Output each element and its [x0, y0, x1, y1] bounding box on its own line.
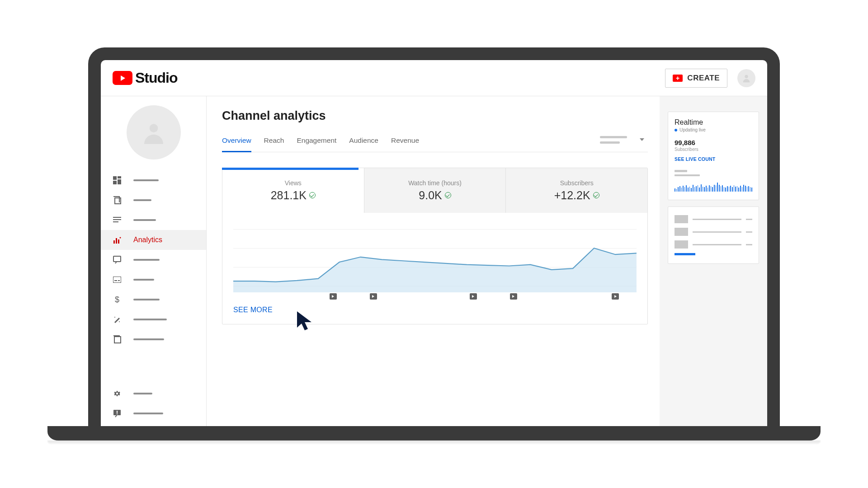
svg-rect-18 [118, 280, 120, 281]
kpi-subscribers[interactable]: Subscribers +12.2K [506, 168, 647, 213]
analytics-icon [113, 235, 122, 244]
realtime-bar [735, 187, 736, 192]
kpi-watchtime[interactable]: Watch time (hours) 9.0K [364, 168, 506, 213]
realtime-bar [701, 184, 702, 192]
list-item[interactable] [675, 215, 752, 223]
sidebar-item-analytics[interactable]: Analytics [101, 230, 206, 250]
realtime-bar [686, 185, 687, 192]
realtime-bar [732, 187, 733, 192]
see-more-indicator[interactable] [675, 253, 695, 255]
realtime-bar [751, 188, 752, 192]
svg-point-2 [149, 124, 158, 132]
screen: Studio CREATE [101, 60, 767, 426]
check-icon [593, 192, 599, 198]
sidebar-label-skeleton [133, 319, 167, 320]
sidebar-label-skeleton [133, 259, 160, 261]
svg-rect-21 [114, 337, 121, 343]
realtime-bar [745, 186, 746, 192]
sidebar-label-skeleton [133, 413, 163, 414]
realtime-bar [724, 187, 725, 192]
create-camera-icon [673, 75, 683, 82]
realtime-bar [675, 188, 675, 192]
realtime-bar [706, 186, 707, 192]
account-avatar[interactable] [737, 69, 755, 87]
sidebar-item-comments[interactable] [101, 250, 206, 270]
video-thumb [675, 240, 688, 249]
realtime-bar [699, 188, 700, 192]
kpi-views[interactable]: Views 281.1K [222, 168, 364, 213]
svg-rect-6 [113, 181, 117, 184]
realtime-sub-label: Subscribers [675, 147, 752, 152]
realtime-bar [748, 186, 749, 192]
sidebar-item-settings[interactable] [101, 384, 206, 404]
magic-wand-icon [113, 315, 122, 324]
sidebar-label-skeleton [133, 299, 160, 300]
realtime-bar [688, 188, 689, 192]
realtime-bar [750, 187, 751, 192]
realtime-bar [734, 185, 735, 192]
svg-point-14 [120, 237, 121, 239]
realtime-bar [737, 186, 738, 192]
svg-rect-12 [116, 238, 117, 244]
tab-reach[interactable]: Reach [264, 132, 284, 152]
page-title: Channel analytics [222, 109, 648, 123]
realtime-bar [709, 185, 710, 192]
sidebar-label-skeleton [133, 199, 151, 201]
realtime-bar [721, 186, 722, 192]
video-thumb [675, 215, 688, 223]
analytics-card: Views 281.1K Watch time (hours) 9.0K Sub… [222, 168, 648, 324]
video-publish-marker [612, 293, 619, 300]
create-button[interactable]: CREATE [665, 69, 727, 88]
kpi-value: 9.0K [419, 189, 451, 202]
realtime-top-content-card [668, 206, 759, 264]
list-item[interactable] [675, 240, 752, 249]
realtime-bar [716, 185, 717, 192]
realtime-bar [678, 187, 679, 192]
list-item[interactable] [675, 228, 752, 236]
sidebar-item-dashboard[interactable] [101, 170, 206, 190]
sidebar-item-monetization[interactable]: $ [101, 290, 206, 310]
realtime-bar-chart [675, 180, 752, 192]
sidebar-item-audio-library[interactable] [101, 329, 206, 349]
date-range-picker[interactable] [600, 132, 648, 152]
kpi-active-indicator [222, 168, 359, 170]
tab-overview[interactable]: Overview [222, 132, 251, 152]
realtime-bar [684, 187, 685, 192]
realtime-bar [703, 187, 703, 192]
realtime-bar [681, 188, 682, 192]
create-label: CREATE [687, 74, 720, 83]
video-publish-marker [470, 293, 477, 300]
realtime-bar [743, 185, 744, 192]
realtime-bar [708, 188, 708, 192]
kpi-label: Views [285, 179, 302, 187]
realtime-subscribers-card: Realtime Updating live 99,886 Subscriber… [668, 112, 759, 200]
sidebar-label-skeleton [133, 279, 154, 281]
tab-audience[interactable]: Audience [349, 132, 378, 152]
realtime-bar [712, 187, 713, 192]
gear-icon [113, 389, 122, 398]
kpi-label: Subscribers [560, 179, 594, 187]
realtime-bar [740, 186, 741, 192]
area-chart [233, 229, 637, 292]
realtime-bar [704, 187, 705, 192]
kpi-value: 281.1K [271, 189, 316, 202]
tab-revenue[interactable]: Revenue [391, 132, 419, 152]
sidebar-item-customization[interactable] [101, 310, 206, 329]
sidebar-item-content[interactable] [101, 190, 206, 210]
realtime-bar [725, 188, 726, 192]
video-publish-marker [330, 293, 337, 300]
sidebar-label-skeleton [133, 219, 156, 221]
tab-engagement[interactable]: Engagement [297, 132, 336, 152]
sidebar-item-playlists[interactable] [101, 210, 206, 230]
sidebar-item-feedback[interactable] [101, 404, 206, 423]
svg-rect-9 [113, 219, 121, 220]
dollar-icon: $ [113, 295, 122, 304]
realtime-bar [693, 185, 693, 192]
sidebar-item-subtitles[interactable] [101, 270, 206, 290]
header: Studio CREATE [101, 60, 767, 96]
realtime-bar [714, 185, 715, 192]
see-live-count-link[interactable]: SEE LIVE COUNT [675, 156, 752, 162]
svg-rect-8 [113, 217, 121, 218]
channel-avatar[interactable] [127, 105, 181, 160]
logo[interactable]: Studio [113, 70, 178, 86]
